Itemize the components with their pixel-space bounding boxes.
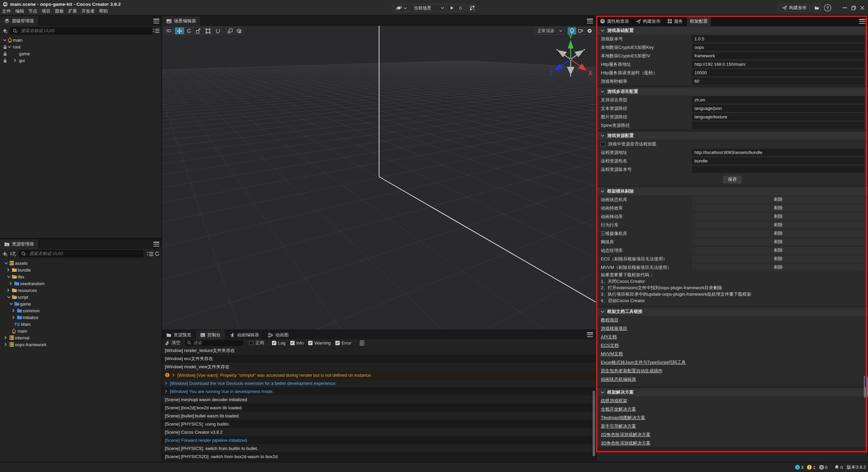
filter-error-checkbox[interactable]: ✓Error: [335, 340, 351, 346]
remove-button[interactable]: 剔除: [692, 230, 865, 237]
remove-button[interactable]: 剔除: [692, 213, 865, 220]
doc-link[interactable]: 全栈开发解决方案: [601, 406, 636, 412]
field-input[interactable]: [692, 149, 865, 156]
doc-link[interactable]: Tiledmap地图解决方案: [601, 415, 645, 421]
preview-qr-button[interactable]: [468, 4, 476, 12]
section-header[interactable]: 游戏基础配置: [597, 26, 868, 35]
inspector-tab[interactable]: 框架配置: [687, 16, 711, 26]
doc-link[interactable]: 2D角色扮演游戏解决方案: [601, 432, 651, 438]
anchor-snap-icon[interactable]: [226, 27, 235, 34]
doc-link[interactable]: 原生包热更新配置自动生成插件: [601, 368, 663, 374]
console-search-input[interactable]: 搜索: [185, 340, 243, 346]
scale-tool-icon[interactable]: [194, 27, 203, 34]
inspector-scrollbar[interactable]: [864, 376, 868, 398]
inspector-tab[interactable]: 属性检查器: [597, 16, 633, 26]
chevron-right-icon[interactable]: [4, 334, 7, 341]
log-row[interactable]: [Window] Download the Vue Devtools exten…: [162, 379, 596, 387]
chevron-down-icon[interactable]: [4, 260, 8, 267]
remove-button[interactable]: 剔除: [692, 238, 865, 245]
render-mode-select[interactable]: 正常渲染: [534, 27, 565, 35]
asset-node[interactable]: seedrandom: [0, 280, 161, 287]
field-input[interactable]: [692, 96, 865, 103]
mode-3d-button[interactable]: 3D: [164, 27, 173, 35]
asset-node[interactable]: internal: [0, 334, 161, 341]
menu-文件[interactable]: 文件: [0, 7, 13, 15]
field-input[interactable]: [692, 166, 865, 173]
remove-button[interactable]: 剔除: [692, 255, 865, 262]
save-button[interactable]: 保存: [723, 176, 742, 183]
gizmo-space-icon[interactable]: [213, 27, 222, 34]
remove-button[interactable]: 剔除: [692, 196, 865, 203]
doc-link[interactable]: 战棋游戏框架: [601, 398, 627, 404]
remove-button[interactable]: 剔除: [692, 204, 865, 212]
section-header[interactable]: 游戏多语言配置: [597, 87, 868, 96]
section-header[interactable]: 框架解决方案: [597, 388, 868, 396]
asset-node[interactable]: bundle: [0, 267, 161, 273]
hierarchy-node[interactable]: gui: [0, 57, 161, 64]
preview-scene-select[interactable]: 当前场景: [410, 4, 448, 12]
reload-button[interactable]: [456, 4, 465, 12]
play-button[interactable]: [448, 4, 456, 12]
lighting-toggle[interactable]: [568, 27, 576, 35]
rotate-tool-icon[interactable]: [184, 27, 194, 34]
field-input[interactable]: [692, 78, 865, 85]
chevron-right-icon[interactable]: [12, 307, 15, 314]
hierarchy-node[interactable]: root: [0, 43, 161, 50]
doc-link[interactable]: 动画状态机编辑器: [601, 376, 636, 382]
chevron-down-icon[interactable]: [3, 37, 6, 43]
inspector-tab[interactable]: 服务: [664, 16, 687, 26]
remove-button[interactable]: 剔除: [692, 221, 865, 229]
asset-node[interactable]: assets: [0, 260, 161, 267]
filter-icon[interactable]: [147, 252, 153, 256]
assets-search-input[interactable]: 搜索名称或 UUID: [19, 250, 143, 257]
filter-warning-checkbox[interactable]: ✓Warning: [308, 340, 331, 346]
chevron-right-icon[interactable]: [4, 341, 7, 348]
asset-node[interactable]: oops-framework: [0, 341, 161, 348]
scene-viewport[interactable]: Y X Z 3D 正常渲染: [162, 26, 596, 330]
asset-node[interactable]: script: [0, 294, 161, 300]
move-tool-icon[interactable]: [175, 27, 184, 34]
axis-gizmo[interactable]: Y X Z: [549, 35, 593, 80]
hierarchy-search-input[interactable]: 搜索名称或 UUID: [10, 27, 152, 35]
restore-button[interactable]: [849, 4, 858, 12]
filter-info-checkbox[interactable]: ✓Info: [290, 340, 304, 346]
preview-platform-button[interactable]: [393, 4, 410, 12]
remove-button[interactable]: 剔除: [692, 247, 865, 254]
assets-menu-icon[interactable]: [153, 242, 159, 247]
menu-编辑[interactable]: 编辑: [13, 7, 26, 15]
expand-caret-icon[interactable]: [172, 373, 175, 377]
menu-开发者[interactable]: 开发者: [79, 7, 97, 15]
console-menu-icon[interactable]: [587, 332, 593, 337]
hierarchy-node[interactable]: main: [0, 37, 161, 43]
console-tab[interactable]: 控制台: [196, 330, 225, 340]
close-button[interactable]: [858, 4, 867, 12]
filter-icon[interactable]: [153, 28, 159, 33]
error-circle-stat[interactable]: 0: [819, 465, 828, 470]
doc-link[interactable]: MVVM文档: [601, 351, 623, 357]
bell-stat[interactable]: 0: [834, 465, 843, 470]
inspector-tab[interactable]: 构建发布: [633, 16, 664, 26]
open-folder-button[interactable]: [813, 4, 821, 12]
regex-checkbox[interactable]: 正则: [249, 340, 264, 346]
chevron-down-icon[interactable]: [9, 300, 13, 307]
field-input[interactable]: [692, 105, 865, 112]
field-input[interactable]: [692, 69, 865, 76]
checkbox-unchecked-icon[interactable]: [600, 142, 605, 146]
scene-menu-icon[interactable]: [587, 19, 593, 23]
field-input[interactable]: [692, 122, 865, 129]
menu-节点[interactable]: 节点: [26, 7, 39, 15]
asset-node[interactable]: resources: [0, 287, 161, 294]
chevron-down-icon[interactable]: [7, 273, 11, 280]
remove-button[interactable]: 剔除: [692, 264, 865, 271]
collision-gizmo-icon[interactable]: [235, 27, 243, 34]
asset-node[interactable]: initialize: [0, 314, 161, 321]
field-input[interactable]: [692, 61, 865, 68]
section-header[interactable]: 框架文档工具链接: [597, 308, 868, 316]
field-input[interactable]: [692, 44, 865, 51]
asset-node[interactable]: libs: [0, 273, 161, 280]
chevron-right-icon[interactable]: [7, 287, 9, 294]
doc-link[interactable]: 教程项目: [601, 317, 618, 323]
asset-node[interactable]: game: [0, 300, 161, 307]
log-row[interactable]: [Window] You are running Vue in developm…: [162, 387, 596, 395]
doc-link[interactable]: 3D角色扮演游戏解决方案: [601, 440, 651, 446]
